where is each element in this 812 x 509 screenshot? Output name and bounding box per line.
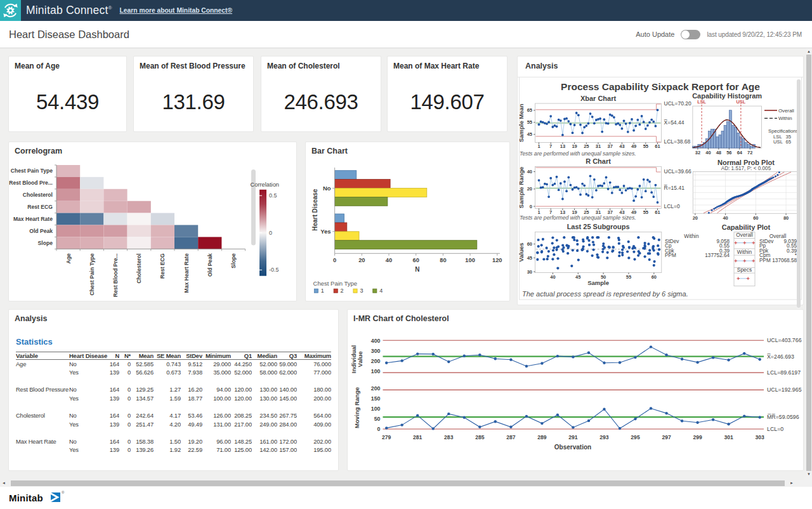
- svg-text:M̅R̅=59.0596: M̅R̅=59.0596: [767, 414, 799, 420]
- table-row: AgeNo164052.5850.7439.51229.00044.25052.…: [16, 360, 331, 368]
- svg-text:USL: USL: [773, 139, 783, 145]
- svg-text:20: 20: [527, 186, 532, 192]
- scroll-up-arrow-icon[interactable]: ▲: [806, 48, 812, 55]
- analysis-sixpack-panel: Analysis Process Capability Sixpack Repo…: [517, 56, 804, 305]
- svg-text:Rest ECG: Rest ECG: [27, 204, 53, 210]
- statistics-table: VariableHeart DiseaseNN*MeanSE MeanStDev…: [16, 352, 331, 454]
- registered-mark: ®: [108, 5, 112, 11]
- horizontal-scroll-thumb[interactable]: [11, 480, 785, 486]
- svg-text:Max Heart Rate: Max Heart Rate: [13, 216, 53, 222]
- svg-text:293: 293: [599, 434, 609, 440]
- svg-text:150: 150: [371, 395, 381, 402]
- table-row: Yes1390134.571.5918.77100.00120.00130.00…: [16, 394, 331, 402]
- svg-text:40: 40: [723, 215, 728, 221]
- svg-text:Rest Blood Pre...: Rest Blood Pre...: [112, 253, 119, 297]
- svg-text:No: No: [323, 185, 331, 192]
- table-cell: 0.673: [154, 368, 181, 376]
- svg-text:Tests are performed with unequ: Tests are performed with unequal sample …: [520, 150, 636, 157]
- heatmap-scrollbar[interactable]: [251, 169, 256, 245]
- svg-text:LSL: LSL: [773, 134, 782, 140]
- svg-text:Moving Range: Moving Range: [353, 387, 360, 428]
- table-cell: Yes: [69, 394, 90, 402]
- svg-text:LSL: LSL: [697, 99, 706, 105]
- table-cell: 22.59: [181, 446, 202, 454]
- vertical-scrollbar[interactable]: ▲ ▼: [806, 48, 812, 477]
- table-cell: 195.00: [297, 446, 331, 454]
- table-cell: 0: [119, 394, 131, 402]
- svg-text:X̅=246.693: X̅=246.693: [767, 354, 794, 360]
- svg-text:Correlation: Correlation: [251, 182, 279, 188]
- table-row: CholesterolNo1640242.644.1753.46126.0020…: [16, 411, 331, 420]
- kpi-card-mean-max-heart-rate: Mean of Max Heart Rate 149.607: [387, 56, 508, 132]
- svg-text:31: 31: [596, 143, 601, 149]
- vertical-scroll-thumb[interactable]: [806, 55, 811, 471]
- svg-text:303: 303: [756, 434, 765, 440]
- svg-text:65: 65: [527, 107, 532, 113]
- table-cell: 62.000: [277, 368, 297, 376]
- svg-text:Within: Within: [737, 249, 752, 255]
- svg-text:Age: Age: [65, 253, 72, 263]
- table-cell: 77.000: [297, 368, 331, 376]
- table-cell: 140.00: [277, 385, 297, 393]
- svg-text:Rest Blood Pre...: Rest Blood Pre...: [9, 180, 53, 186]
- svg-text:20: 20: [693, 215, 698, 221]
- table-cell: 0: [119, 411, 131, 420]
- svg-text:3: 3: [360, 288, 363, 294]
- table-cell: 18.77: [181, 394, 202, 402]
- table-cell: 142.00: [252, 446, 277, 454]
- table-cell: 249.00: [252, 420, 277, 428]
- svg-text:Overall: Overall: [736, 232, 753, 238]
- svg-text:-0.5: -0.5: [269, 267, 279, 273]
- svg-text:137752.64: 137752.64: [705, 253, 730, 258]
- auto-update-toggle[interactable]: [681, 30, 700, 39]
- panel-scrollbar[interactable]: [797, 79, 801, 338]
- learn-more-link[interactable]: Learn more about Minitab Connect®: [120, 7, 233, 14]
- imr-chart: 100200300400UCL=403.766X̅=246.693LCL=89.…: [348, 310, 803, 470]
- table-cell: 251.47: [131, 420, 154, 428]
- scroll-right-arrow-icon[interactable]: ►: [788, 480, 796, 487]
- table-cell: 202.00: [297, 437, 331, 446]
- svg-text:Chest Pain Type: Chest Pain Type: [313, 280, 358, 287]
- table-cell: 4.17: [154, 411, 181, 420]
- svg-text:Cholesterol: Cholesterol: [136, 253, 142, 283]
- table-cell: Yes: [69, 368, 90, 376]
- scroll-left-arrow-icon[interactable]: ◄: [0, 480, 8, 487]
- table-cell: 1.92: [154, 446, 181, 454]
- svg-text:285: 285: [475, 434, 485, 440]
- table-cell: 200.00: [297, 394, 331, 402]
- svg-text:301: 301: [724, 434, 733, 440]
- svg-text:55: 55: [643, 143, 648, 149]
- svg-text:40: 40: [527, 169, 532, 175]
- svg-text:Process Capability Sixpack Rep: Process Capability Sixpack Report for Ag…: [561, 81, 760, 92]
- table-cell: 71.00: [202, 446, 231, 454]
- table-cell: 7.938: [181, 368, 202, 376]
- svg-text:300: 300: [371, 348, 381, 354]
- table-cell: 0.743: [154, 360, 181, 368]
- svg-text:13: 13: [560, 143, 565, 149]
- table-cell: 56.626: [131, 368, 154, 376]
- scroll-down-arrow-icon[interactable]: ▼: [806, 471, 812, 477]
- table-cell: 130.00: [252, 385, 277, 393]
- table-cell: Age: [16, 360, 69, 368]
- svg-text:72: 72: [747, 150, 752, 155]
- table-cell: Max Heart Rate: [16, 437, 69, 446]
- column-header: Q3: [277, 352, 297, 360]
- table-cell: 0: [119, 360, 131, 368]
- svg-text:64: 64: [737, 150, 743, 155]
- svg-text:Cholesterol: Cholesterol: [23, 192, 53, 198]
- svg-text:Tests are performed with unequ: Tests are performed with unequal sample …: [520, 215, 636, 221]
- table-cell: 164: [90, 385, 119, 393]
- column-header: Maximum: [297, 352, 331, 360]
- panel-title: Analysis: [15, 314, 47, 323]
- svg-text:Last 25 Subgroups: Last 25 Subgroups: [567, 223, 630, 230]
- table-cell: 131.00: [202, 420, 231, 428]
- table-row: Yes139056.6260.6737.93835.00052.00058.00…: [16, 368, 331, 376]
- horizontal-scrollbar[interactable]: ◄ ►: [0, 480, 804, 487]
- table-cell: 130.00: [252, 394, 277, 402]
- table-cell: 242.64: [131, 411, 154, 420]
- svg-text:2: 2: [341, 288, 344, 294]
- imr-chart-panel: I-MR Chart of Cholesterol 100200300400UC…: [347, 309, 804, 471]
- column-header: Heart Disease: [69, 352, 90, 360]
- table-cell: 139: [90, 420, 119, 428]
- bar-series: [335, 171, 477, 249]
